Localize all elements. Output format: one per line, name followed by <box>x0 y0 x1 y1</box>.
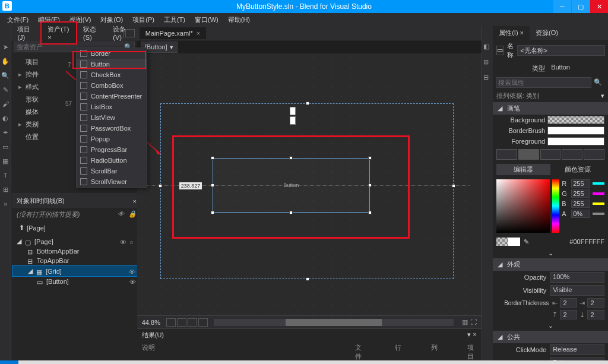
resize-handle[interactable] <box>306 102 309 105</box>
eye-icon[interactable]: 👁 <box>120 239 127 245</box>
zoom-level[interactable]: 44.8% <box>142 319 160 326</box>
expand-icon[interactable]: ⛶ <box>470 318 477 325</box>
lock-icon[interactable]: 🔒 <box>128 210 137 217</box>
tree-topappbar[interactable]: ⊟TopAppBar <box>12 256 141 265</box>
col-desc[interactable]: 说明 <box>142 343 160 361</box>
menu-tools[interactable]: 工具(T) <box>159 14 190 26</box>
resize-handle[interactable] <box>306 277 309 281</box>
section-public[interactable]: ◢公共 <box>493 331 608 343</box>
foreground-swatch[interactable] <box>547 137 604 145</box>
sort-label[interactable]: 排列依据: 类别 <box>496 91 539 100</box>
tab-close-icon[interactable]: × <box>48 34 51 41</box>
layout-tool-icon[interactable]: ▦ <box>1 157 10 165</box>
view-icon[interactable] <box>188 318 197 327</box>
document-tab[interactable]: MainPage.xaml*× <box>140 27 207 39</box>
ctrl-border[interactable]: Border <box>77 48 147 59</box>
hand-tool-icon[interactable]: ✋ <box>1 57 10 65</box>
color-picker-square[interactable] <box>496 179 550 233</box>
ctrl-passwordbox[interactable]: PasswordBox <box>77 123 147 134</box>
eye-icon[interactable]: 👁 <box>129 278 137 284</box>
visibility-select[interactable]: Visible <box>550 285 604 296</box>
close-button[interactable]: ✕ <box>590 0 608 13</box>
scrollbar-thumb[interactable] <box>286 319 382 326</box>
ctrl-contentpresenter[interactable]: ContentPresenter <box>77 91 147 102</box>
thickness-left-input[interactable]: 2 <box>560 298 577 308</box>
eye-icon[interactable]: 👁 <box>129 268 136 274</box>
brush-solid-icon[interactable] <box>518 149 539 160</box>
col-file[interactable]: 文件 <box>355 343 365 361</box>
col-project[interactable]: 项目 <box>467 343 477 361</box>
scope-up-icon[interactable]: ⬆ <box>19 224 24 232</box>
text-tool-icon[interactable]: T <box>1 171 10 179</box>
resources-tab[interactable]: 颜色资源 <box>550 164 604 175</box>
ctrl-combobox[interactable]: ComboBox <box>77 80 147 91</box>
tab-assets[interactable]: 资产(T) × <box>40 21 77 45</box>
name-input[interactable] <box>517 45 605 56</box>
brush-resource-icon[interactable] <box>584 149 604 160</box>
minimize-button[interactable]: ─ <box>553 0 571 13</box>
page-scope[interactable]: [Page] <box>27 224 46 232</box>
pen-tool-icon[interactable]: ✒ <box>1 128 10 137</box>
brush-tool-icon[interactable]: 🖌 <box>1 100 10 108</box>
resize-handle[interactable] <box>368 211 372 214</box>
control-tool-icon[interactable]: ⊞ <box>1 185 10 194</box>
g-input[interactable] <box>571 189 590 198</box>
split-view-icon[interactable]: ▥ <box>462 318 468 325</box>
dock-icon[interactable]: ◧ <box>483 43 492 51</box>
thickness-top-input[interactable]: 2 <box>560 310 577 319</box>
pointer-tool-icon[interactable]: ➤ <box>1 43 10 51</box>
brush-tile-icon[interactable] <box>562 149 582 160</box>
menu-help[interactable]: 帮助(H) <box>223 14 255 26</box>
eyedropper-tool-icon[interactable]: ✎ <box>1 86 10 94</box>
resize-handle[interactable] <box>289 156 293 160</box>
curr-color-swatch[interactable] <box>508 238 520 246</box>
ctrl-listview[interactable]: ListView <box>77 112 147 123</box>
ctrl-popup[interactable]: Popup <box>77 134 147 144</box>
section-brush[interactable]: ◢画笔 <box>493 102 608 115</box>
prev-color-swatch[interactable] <box>496 238 508 246</box>
a-input[interactable] <box>571 210 590 218</box>
thickness-right-input[interactable]: 2 <box>587 298 604 308</box>
tree-grid[interactable]: ◢▦[Grid]👁 <box>12 265 141 277</box>
ctrl-listbox[interactable]: ListBox <box>77 102 147 112</box>
opacity-input[interactable]: 100% <box>550 272 604 283</box>
ctrl-scrollviewer[interactable]: ScrollViewer <box>77 176 147 187</box>
col-col[interactable]: 列 <box>431 343 438 361</box>
hue-slider[interactable] <box>552 179 559 233</box>
resize-handle[interactable] <box>211 183 214 187</box>
property-search-input[interactable] <box>496 77 591 88</box>
brush-gradient-icon[interactable] <box>540 149 561 160</box>
eye-icon[interactable]: 👁 <box>118 210 126 217</box>
objects-panel-close-icon[interactable]: × <box>133 198 137 205</box>
thickness-bottom-input[interactable]: 2 <box>587 310 604 319</box>
section-appearance[interactable]: ◢外观 <box>493 258 608 271</box>
tree-page[interactable]: ◢▢[Page]👁○ <box>12 236 141 246</box>
horizontal-scrollbar[interactable] <box>214 319 454 326</box>
resize-handle[interactable] <box>211 211 214 214</box>
tree-bottomappbar[interactable]: ⊟BottomAppBar <box>12 246 141 256</box>
maximize-button[interactable]: ▢ <box>572 0 590 13</box>
view-list-icon[interactable] <box>125 29 135 37</box>
tree-button[interactable]: ▭[Button]👁 <box>12 277 141 286</box>
section-expander-icon[interactable]: ⌄ <box>493 321 608 331</box>
resize-handle[interactable] <box>289 211 293 214</box>
zoom-tool-icon[interactable]: 🔍 <box>1 71 10 80</box>
editor-tab[interactable]: 编辑器 <box>496 164 550 175</box>
brush-none-icon[interactable] <box>496 149 517 160</box>
dock-icon[interactable]: ⊟ <box>483 74 492 82</box>
tab-resources[interactable]: 资源(O) <box>530 26 564 40</box>
ctrl-checkbox[interactable]: CheckBox <box>77 69 147 80</box>
ctrl-radiobutton[interactable]: RadioButton <box>77 155 147 166</box>
section-expander-icon[interactable]: ⌄ <box>493 248 608 258</box>
b-input[interactable] <box>571 200 590 208</box>
background-swatch[interactable] <box>547 116 604 124</box>
clickmode-select[interactable]: Release <box>550 344 604 355</box>
view-icon[interactable] <box>177 318 186 327</box>
design-canvas[interactable]: Button 238.827 <box>137 53 482 315</box>
view-icon[interactable] <box>166 318 176 327</box>
ctrl-button[interactable]: Button <box>77 59 147 69</box>
view-grid-icon[interactable] <box>115 29 124 37</box>
resize-handle[interactable] <box>368 156 372 160</box>
eyedropper-icon[interactable]: ✎ <box>524 238 529 246</box>
menu-window[interactable]: 窗口(W) <box>190 14 223 26</box>
